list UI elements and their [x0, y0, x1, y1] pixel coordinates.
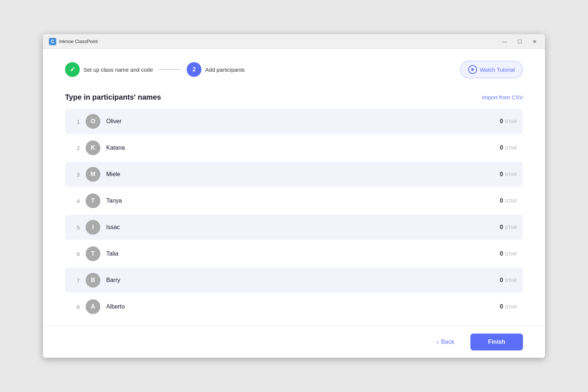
- maximize-button[interactable]: ☐: [515, 38, 524, 45]
- step-connector: [159, 69, 181, 70]
- star-count: 0: [500, 224, 503, 231]
- participant-row: 4 T Tanya 0 STAR: [65, 188, 523, 213]
- star-count: 0: [500, 197, 503, 204]
- participant-avatar: I: [86, 220, 100, 235]
- star-info: 0 STAR: [500, 145, 517, 151]
- row-number: 4: [71, 198, 80, 204]
- participant-name: Barry: [106, 277, 494, 284]
- watch-tutorial-button[interactable]: Watch Tutorial: [460, 61, 523, 78]
- participant-row: 7 B Barry 0 STAR: [65, 268, 523, 293]
- participant-row: 8 A Alberto 0 STAR: [65, 294, 523, 314]
- star-label: STAR: [505, 278, 517, 283]
- back-label: Back: [441, 339, 454, 345]
- participant-row: 6 T Talia 0 STAR: [65, 241, 523, 266]
- row-number: 1: [71, 118, 80, 125]
- participant-name: Issac: [106, 224, 494, 231]
- participant-avatar: O: [86, 114, 100, 129]
- row-number: 6: [71, 251, 80, 257]
- window-controls: — ☐ ✕: [500, 38, 539, 45]
- participant-row: 1 O Oliver 0 STAR: [65, 109, 523, 134]
- section-title: Type in participants' names: [65, 93, 161, 101]
- participant-row: 5 I Issac 0 STAR: [65, 215, 523, 240]
- step-1-check-icon: [65, 62, 80, 77]
- step-2-label: Add participants: [205, 67, 245, 73]
- participant-name: Alberto: [106, 303, 494, 310]
- step-1-label: Set up class name and code: [83, 67, 153, 73]
- app-icon-letter: C: [51, 39, 54, 44]
- row-number: 8: [71, 304, 80, 310]
- back-button[interactable]: ‹ Back: [426, 334, 465, 350]
- star-label: STAR: [505, 146, 517, 151]
- row-number: 7: [71, 277, 80, 284]
- participant-name: Miele: [106, 171, 494, 178]
- star-count: 0: [500, 250, 503, 257]
- star-label: STAR: [505, 252, 517, 257]
- participant-row: 3 M Miele 0 STAR: [65, 162, 523, 187]
- star-label: STAR: [505, 225, 517, 230]
- participant-avatar: A: [86, 299, 100, 314]
- star-info: 0 STAR: [500, 171, 517, 178]
- star-label: STAR: [505, 172, 517, 177]
- close-button[interactable]: ✕: [530, 38, 539, 45]
- import-csv-link[interactable]: Import from CSV: [482, 94, 523, 100]
- star-info: 0 STAR: [500, 224, 517, 231]
- app-icon: C: [49, 38, 56, 45]
- star-count: 0: [500, 118, 503, 125]
- star-info: 0 STAR: [500, 303, 517, 310]
- participant-row: 2 K Katana 0 STAR: [65, 135, 523, 160]
- star-info: 0 STAR: [500, 250, 517, 257]
- participant-avatar: T: [86, 193, 100, 208]
- step-2: 2 Add participants: [187, 62, 245, 77]
- play-icon: [468, 65, 477, 74]
- stepper-steps: Set up class name and code 2 Add partici…: [65, 62, 245, 77]
- participant-avatar: M: [86, 167, 100, 182]
- row-number: 2: [71, 145, 80, 151]
- bottom-bar: ‹ Back Finish: [43, 326, 545, 358]
- star-count: 0: [500, 277, 503, 284]
- star-info: 0 STAR: [500, 277, 517, 284]
- participant-name: Katana: [106, 145, 494, 151]
- title-bar: C Inknoe ClassPoint — ☐ ✕: [43, 34, 545, 49]
- back-arrow-icon: ‹: [437, 338, 439, 346]
- main-content: Set up class name and code 2 Add partici…: [43, 49, 545, 326]
- app-window: C Inknoe ClassPoint — ☐ ✕ Set up class n…: [43, 34, 545, 358]
- finish-button[interactable]: Finish: [470, 334, 523, 350]
- star-label: STAR: [505, 304, 517, 310]
- star-label: STAR: [505, 119, 517, 124]
- step-2-number: 2: [187, 62, 201, 77]
- participant-name: Tanya: [106, 197, 494, 204]
- section-header: Type in participants' names Import from …: [65, 93, 523, 101]
- participant-avatar: T: [86, 246, 100, 261]
- app-title: Inknoe ClassPoint: [59, 39, 500, 44]
- star-count: 0: [500, 145, 503, 151]
- stepper: Set up class name and code 2 Add partici…: [65, 61, 523, 78]
- participant-avatar: B: [86, 273, 100, 288]
- watch-tutorial-label: Watch Tutorial: [480, 67, 515, 73]
- participant-avatar: K: [86, 140, 100, 155]
- minimize-button[interactable]: —: [500, 38, 509, 45]
- participant-name: Oliver: [106, 118, 494, 125]
- star-count: 0: [500, 303, 503, 310]
- star-count: 0: [500, 171, 503, 178]
- row-number: 5: [71, 224, 80, 231]
- row-number: 3: [71, 171, 80, 178]
- participant-name: Talia: [106, 250, 494, 257]
- participants-list[interactable]: 1 O Oliver 0 STAR 2 K Katana 0 STAR 3 M …: [65, 109, 523, 314]
- star-info: 0 STAR: [500, 197, 517, 204]
- step-1: Set up class name and code: [65, 62, 153, 77]
- star-info: 0 STAR: [500, 118, 517, 125]
- star-label: STAR: [505, 199, 517, 204]
